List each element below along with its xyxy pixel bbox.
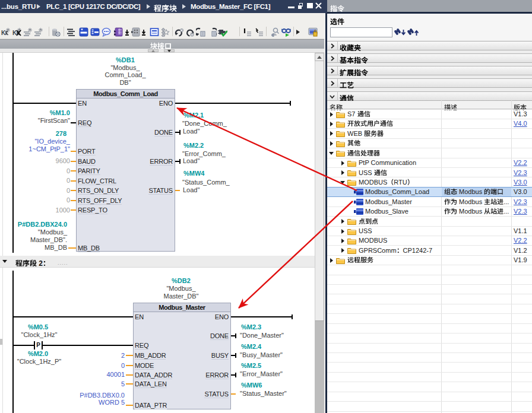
svg-text:K: K — [1, 30, 6, 36]
